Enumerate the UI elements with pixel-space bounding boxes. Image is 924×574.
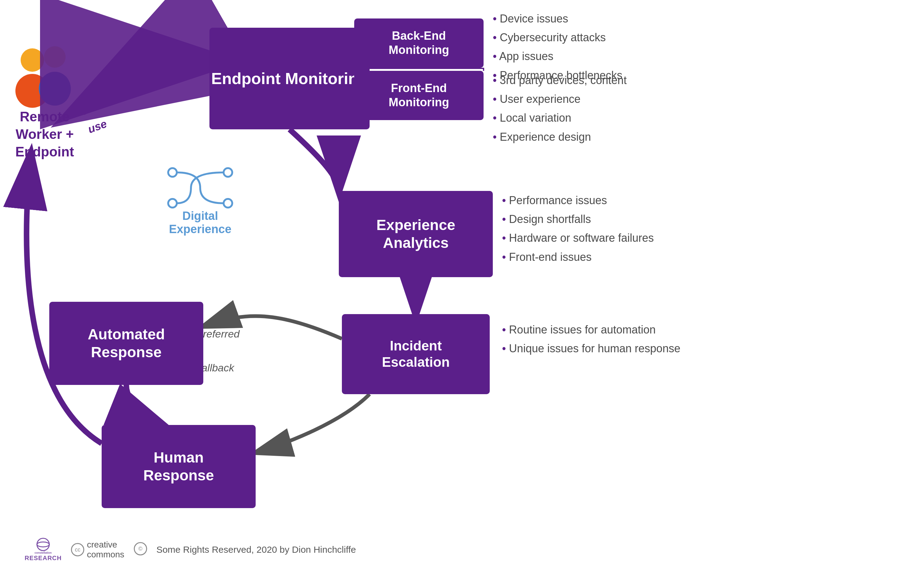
- svg-point-9: [168, 168, 177, 177]
- svg-point-13: [37, 538, 49, 550]
- copyright-circle: ©: [134, 542, 147, 558]
- svg-point-12: [224, 199, 232, 208]
- svg-text:constellation: constellation: [35, 551, 52, 554]
- svg-point-10: [224, 168, 232, 177]
- backend-monitoring-box: Back-EndMonitoring: [354, 19, 484, 68]
- svg-text:cc: cc: [75, 547, 80, 553]
- svg-point-11: [168, 199, 177, 208]
- frontend-bullets: 3rd party devices, content User experien…: [493, 71, 627, 146]
- frontend-monitoring-box: Front-EndMonitoring: [354, 71, 484, 120]
- digital-experience-icon: [163, 163, 237, 213]
- endpoint-monitoring-box: Endpoint Monitoring: [210, 28, 370, 129]
- svg-point-14: [37, 542, 49, 547]
- fallback-label: fallback: [199, 362, 234, 374]
- remote-worker-label: Remote Worker + Endpoint: [9, 108, 80, 161]
- experience-analytics-box: ExperienceAnalytics: [339, 191, 493, 277]
- svg-point-7: [44, 46, 66, 68]
- constellation-logo: constellation RESEARCH: [25, 538, 61, 562]
- rights-text: Some Rights Reserved, 2020 by Dion Hinch…: [156, 544, 356, 555]
- svg-text:©: ©: [138, 546, 142, 552]
- people-icon: [9, 43, 77, 108]
- incident-bullets: Routine issues for automation Unique iss…: [502, 320, 680, 358]
- digital-experience-label: DigitalExperience: [163, 210, 237, 236]
- preferred-label: preferred: [197, 328, 240, 340]
- svg-point-5: [20, 48, 44, 72]
- experience-bullets: Performance issues Design shortfalls Har…: [502, 191, 654, 266]
- automated-response-box: AutomatedResponse: [49, 302, 203, 385]
- connector-line: [354, 68, 484, 69]
- diagram-container: Remote Worker + Endpoint use DigitalExpe…: [0, 0, 924, 574]
- footer: constellation RESEARCH cc creativecommon…: [25, 538, 356, 562]
- human-response-box: HumanResponse: [102, 425, 255, 508]
- creative-commons-logo: cc creativecommons: [71, 540, 124, 560]
- incident-escalation-box: IncidentEscalation: [342, 314, 490, 394]
- svg-point-8: [39, 72, 71, 106]
- use-label: use: [86, 117, 109, 136]
